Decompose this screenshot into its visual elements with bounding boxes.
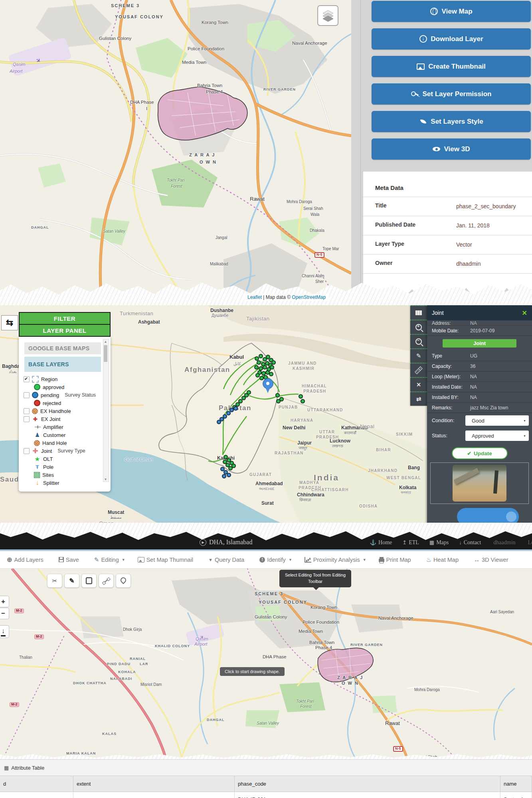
map-tool-button[interactable]	[410, 320, 427, 334]
map-tool-button[interactable]	[410, 377, 427, 391]
layer-action-button[interactable]: Create Thumbnail	[372, 56, 531, 77]
survey-marker[interactable]	[231, 464, 236, 468]
survey-marker[interactable]	[255, 373, 260, 377]
condition-select[interactable]: Good	[465, 415, 529, 426]
layer-checkbox[interactable]	[24, 376, 30, 382]
zoom-out-button[interactable]: −	[0, 608, 9, 619]
leaflet-link[interactable]: Leaflet	[247, 294, 262, 300]
map-tool-button[interactable]	[410, 334, 427, 348]
layer-checkbox[interactable]	[24, 416, 30, 422]
map-tool-button[interactable]	[410, 305, 427, 320]
toolbar-item[interactable]: Add Layers	[7, 556, 46, 563]
navbar-item[interactable]: dhaadmin	[491, 539, 515, 546]
attribute-label: Loop (Meter):	[432, 374, 470, 379]
toolbar-item[interactable]: Save	[59, 557, 82, 563]
legend-label: Hand Hole	[42, 440, 67, 446]
survey-marker[interactable]	[259, 354, 263, 358]
scroll-down-arrow[interactable]: ▼	[103, 478, 108, 481]
attribute-table-bar[interactable]: ▦ Attribute Table	[0, 759, 532, 776]
navbar-item-icon: ↓	[459, 539, 462, 546]
edit-tool-button[interactable]	[81, 574, 97, 588]
navbar-item[interactable]: ▦ Maps	[429, 539, 449, 546]
survey-marker[interactable]	[299, 394, 303, 399]
filter-header[interactable]: FILTER	[19, 312, 111, 325]
survey-marker[interactable]	[247, 390, 251, 395]
osm-map-editor[interactable]: ✈	[0, 569, 532, 758]
toolbar-item[interactable]: Set Map Thumnail	[138, 557, 196, 563]
update-button[interactable]: Update	[452, 447, 508, 459]
osm-map-top[interactable]: ✈	[0, 0, 351, 305]
map-label: O W N	[342, 681, 359, 685]
toolbar-item[interactable]: Identify ▼	[259, 557, 292, 563]
survey-marker[interactable]	[257, 360, 261, 365]
site-photo[interactable]	[453, 465, 506, 502]
map-tool-button[interactable]	[410, 348, 427, 363]
zoom-in-button[interactable]: +	[0, 596, 9, 607]
openstreetmap-link[interactable]: OpenStreetMap	[292, 294, 326, 300]
layers-control-button[interactable]	[317, 5, 338, 26]
map-label: Gulf of Oman	[125, 457, 153, 462]
download-map-button[interactable]	[0, 625, 9, 638]
survey-marker[interactable]	[217, 420, 221, 424]
legend-row: rejected	[24, 399, 101, 407]
legend-label: rejected	[43, 400, 61, 406]
table-row[interactable]: DHA-IR-001 Sector-A	[0, 792, 532, 798]
survey-marker[interactable]	[270, 365, 274, 369]
panel-scrollbar[interactable]: ▲ ▼	[103, 339, 109, 482]
layer-action-button[interactable]: View 3D	[372, 138, 531, 160]
layer-action-button[interactable]: Set Layers Style	[372, 111, 531, 132]
toolbar-item[interactable]: Query Data	[208, 557, 247, 563]
selected-location-pin[interactable]	[262, 378, 274, 395]
toolbar-item[interactable]: Proximity Analysis ▼	[305, 557, 366, 563]
survey-marker[interactable]	[271, 360, 276, 365]
map-tool-button[interactable]	[410, 391, 427, 406]
survey-marker[interactable]	[301, 399, 305, 403]
layer-action-button[interactable]: View Map	[372, 1, 531, 22]
survey-marker[interactable]	[223, 460, 227, 464]
survey-marker[interactable]	[226, 411, 231, 415]
scroll-up-arrow[interactable]: ▲	[103, 340, 108, 344]
toolbar-item[interactable]: Heat Map	[426, 556, 461, 563]
toolbar-item[interactable]: Editing ▼	[94, 556, 125, 563]
map-label: SIKKIM	[396, 432, 413, 437]
layer-checkbox[interactable]	[24, 392, 30, 398]
status-select[interactable]: Approved	[465, 431, 529, 441]
toolbar-item[interactable]: Print Map	[379, 557, 414, 563]
map-label: Naval Anchorage	[292, 41, 327, 46]
survey-marker[interactable]	[269, 372, 273, 376]
button-label: Create Thumbnail	[428, 63, 486, 71]
layer-checkbox[interactable]	[24, 448, 30, 454]
navbar-item[interactable]: Logout	[526, 539, 532, 546]
chevron-down-icon: ▼	[289, 558, 292, 562]
legend-list: Region approved	[24, 375, 101, 487]
survey-marker[interactable]	[276, 399, 281, 403]
navbar-item[interactable]: ↓ Contact	[459, 539, 481, 546]
brand[interactable]: ▶ DHA, Islamabad	[200, 539, 252, 546]
navbar-item[interactable]: ⚓ Home	[370, 539, 392, 546]
layer-checkbox[interactable]	[24, 408, 30, 414]
map-label: Police Foundation	[303, 620, 339, 625]
edit-tool-button[interactable]	[64, 574, 79, 588]
close-icon[interactable]: ✕	[522, 309, 527, 317]
layer-panel-header[interactable]: LAYER PANEL	[19, 325, 111, 337]
layer-action-button[interactable]: Set Layer Permission	[372, 83, 531, 105]
survey-marker[interactable]	[233, 406, 238, 411]
edit-tool-button[interactable]	[47, 574, 62, 588]
map-label: KHALID COLONY	[155, 644, 190, 648]
toolbar-item[interactable]: 3D Viewer	[474, 556, 511, 563]
panel-collapse-toggle[interactable]: ⇆	[1, 315, 18, 330]
survey-marker[interactable]	[222, 474, 226, 478]
joint-attribute-row: Type UG	[427, 351, 532, 361]
survey-marker[interactable]	[254, 365, 259, 369]
edit-tool-button[interactable]	[99, 574, 114, 588]
survey-marker[interactable]	[275, 393, 280, 397]
survey-marker[interactable]	[227, 473, 231, 477]
layer-action-button[interactable]: Download Layer	[372, 28, 531, 49]
map-tool-button[interactable]	[410, 363, 427, 377]
edit-tool-button[interactable]	[116, 574, 131, 588]
google-base-maps-header[interactable]: GOOGLE BASE MAPS	[24, 342, 101, 354]
chevron-down-icon: ▼	[122, 558, 125, 562]
scrollbar-thumb[interactable]	[104, 345, 107, 362]
navbar-item[interactable]: ↥ ETL	[402, 539, 419, 546]
base-layers-header[interactable]: BASE LAYERS	[24, 357, 101, 372]
